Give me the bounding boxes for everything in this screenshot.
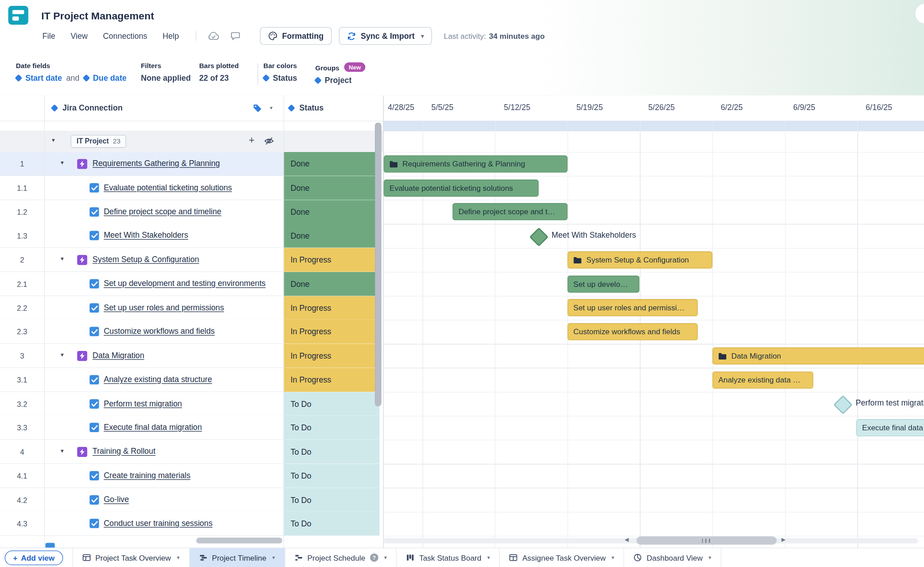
sync-import-button[interactable]: Sync & Import ▾: [339, 27, 432, 45]
task-name-link[interactable]: Create training materials: [104, 471, 190, 480]
user-avatar[interactable]: [915, 3, 924, 24]
task-name-link[interactable]: Perform test migration: [104, 399, 182, 408]
task-checkbox-icon[interactable]: [90, 279, 99, 289]
chevron-down-icon[interactable]: ▾: [177, 555, 180, 561]
sync-warning-icon[interactable]: ?: [370, 553, 378, 562]
gantt-bar-group[interactable]: System Setup & Configuration: [568, 251, 712, 268]
table-row[interactable]: 3.2 Perform test migration To Do: [0, 392, 383, 416]
group-row[interactable]: ▾ IT Project 23 +: [0, 131, 383, 152]
status-cell[interactable]: Done: [283, 152, 379, 176]
gantt-bar[interactable]: Evaluate potential ticketing solutions: [383, 180, 539, 197]
column-header-jira-connection[interactable]: Jira Connection: [52, 95, 123, 120]
comment-icon[interactable]: [230, 31, 240, 41]
task-checkbox-icon[interactable]: [90, 231, 99, 240]
chevron-down-icon[interactable]: ▾: [709, 555, 711, 561]
table-row[interactable]: 2 ▾ System Setup & Configuration In Prog…: [0, 248, 383, 272]
status-cell[interactable]: In Progress: [283, 320, 379, 344]
menu-connections[interactable]: Connections: [103, 32, 147, 41]
task-checkbox-icon[interactable]: [90, 207, 99, 217]
gantt-bar-group[interactable]: Data Migration: [712, 347, 924, 364]
task-checkbox-icon[interactable]: [90, 519, 99, 528]
timeline-scrollbar-thumb[interactable]: [637, 536, 777, 544]
task-name-link[interactable]: Set up development and testing environme…: [104, 279, 266, 288]
table-row[interactable]: 2.3 Customize workflows and fields In Pr…: [0, 320, 383, 344]
tab-project-task-overview[interactable]: Project Task Overview ▾: [72, 548, 189, 567]
chevron-down-icon[interactable]: ▾: [272, 555, 275, 561]
task-name-link[interactable]: Meet With Stakeholders: [104, 231, 188, 240]
task-name-link[interactable]: Evaluate potential ticketing solutions: [104, 183, 232, 192]
tab-assignee-task-overview[interactable]: Assignee Task Overview ▾: [500, 548, 624, 567]
gantt-bar[interactable]: Set up user roles and permissi…: [568, 299, 698, 316]
column-header-status[interactable]: Status: [289, 95, 323, 120]
task-name-link[interactable]: Define project scope and timeline: [104, 207, 222, 216]
menu-file[interactable]: File: [42, 32, 55, 41]
status-cell[interactable]: To Do: [283, 464, 379, 489]
scroll-right-icon[interactable]: ▶: [781, 536, 785, 542]
start-date-field-link[interactable]: Start date: [25, 74, 62, 83]
status-cell[interactable]: In Progress: [283, 248, 379, 272]
chevron-down-icon[interactable]: ▾: [611, 555, 614, 561]
gantt-bar[interactable]: Define project scope and t…: [453, 203, 568, 220]
collapse-caret-icon[interactable]: ▾: [61, 447, 64, 454]
table-row[interactable]: 3 ▾ Data Migration In Progress: [0, 344, 383, 368]
tag-icon[interactable]: [253, 104, 262, 113]
task-name-link[interactable]: Execute final data migration: [104, 423, 202, 432]
setting-filters[interactable]: Filters None applied: [141, 62, 191, 82]
setting-groups[interactable]: GroupsNew Project: [315, 62, 366, 85]
status-cell[interactable]: To Do: [283, 416, 379, 440]
task-name-link[interactable]: System Setup & Configuration: [92, 255, 199, 264]
table-row[interactable]: 3.1 Analyze existing data structure In P…: [0, 368, 383, 392]
task-name-link[interactable]: Set up user roles and permissions: [104, 303, 224, 312]
hide-eye-icon[interactable]: [264, 137, 274, 146]
status-cell[interactable]: In Progress: [283, 344, 379, 368]
status-cell[interactable]: Done: [283, 176, 379, 200]
group-collapse-caret-icon[interactable]: ▾: [52, 137, 55, 143]
task-checkbox-icon[interactable]: [90, 399, 99, 409]
filters-value[interactable]: None applied: [141, 74, 191, 83]
table-row[interactable]: 2.2 Set up user roles and permissions In…: [0, 296, 383, 321]
formatting-button[interactable]: Formatting: [260, 27, 332, 45]
vertical-scrollbar-thumb[interactable]: [375, 123, 381, 406]
tab-task-status-board[interactable]: Task Status Board ▾: [397, 548, 500, 567]
task-name-link[interactable]: Go-live: [104, 495, 129, 504]
tab-project-schedule[interactable]: Project Schedule ? ▾: [285, 548, 397, 567]
status-cell[interactable]: To Do: [283, 488, 379, 512]
table-row[interactable]: 4.2 Go-live To Do: [0, 488, 383, 512]
table-row[interactable]: 2.1 Set up development and testing envir…: [0, 272, 383, 296]
task-checkbox-icon[interactable]: [90, 495, 99, 505]
task-checkbox-icon[interactable]: [90, 183, 99, 193]
status-cell[interactable]: To Do: [283, 512, 379, 536]
add-view-button[interactable]: + Add view: [5, 550, 63, 565]
task-checkbox-icon[interactable]: [90, 327, 99, 336]
bar-colors-value[interactable]: Status: [273, 74, 297, 83]
task-checkbox-icon[interactable]: [90, 471, 99, 480]
menu-help[interactable]: Help: [162, 32, 179, 41]
scroll-left-icon[interactable]: ◀: [624, 536, 628, 542]
table-row[interactable]: 1 ▾ Requirements Gathering & Planning Do…: [0, 152, 383, 176]
setting-bars-plotted[interactable]: Bars plotted 22 of 23: [199, 62, 239, 82]
task-checkbox-icon[interactable]: [90, 303, 99, 313]
collapse-caret-icon[interactable]: ▾: [61, 160, 64, 166]
table-row[interactable]: 1.2 Define project scope and timeline Do…: [0, 200, 383, 225]
table-row[interactable]: 3.3 Execute final data migration To Do: [0, 416, 383, 440]
table-row[interactable]: 4 ▾ Training & Rollout To Do: [0, 440, 383, 464]
status-cell[interactable]: In Progress: [283, 296, 379, 321]
collapse-caret-icon[interactable]: ▾: [61, 256, 64, 262]
table-row[interactable]: 4.3 Conduct user training sessions To Do: [0, 512, 383, 536]
bars-plotted-value[interactable]: 22 of 23: [199, 74, 229, 83]
status-cell[interactable]: To Do: [283, 440, 379, 464]
gantt-bar-group[interactable]: Requirements Gathering & Planning: [383, 156, 568, 173]
due-date-field-link[interactable]: Due date: [93, 74, 126, 83]
task-name-link[interactable]: Customize workflows and fields: [104, 327, 215, 336]
groups-value[interactable]: Project: [325, 76, 352, 85]
task-name-link[interactable]: Training & Rollout: [92, 447, 156, 456]
chevron-down-icon[interactable]: ▾: [384, 555, 387, 561]
task-name-link[interactable]: Analyze existing data structure: [104, 375, 212, 384]
tab-project-timeline[interactable]: Project Timeline ▾: [189, 548, 285, 567]
task-name-link[interactable]: Data Migration: [92, 351, 144, 360]
status-cell[interactable]: Done: [283, 200, 379, 225]
status-cell[interactable]: Done: [283, 224, 379, 248]
tab-dashboard-view[interactable]: Dashboard View ▾: [624, 548, 721, 567]
setting-bar-colors[interactable]: Bar colors Status: [263, 62, 297, 82]
group-pill[interactable]: IT Project 23: [71, 135, 126, 148]
